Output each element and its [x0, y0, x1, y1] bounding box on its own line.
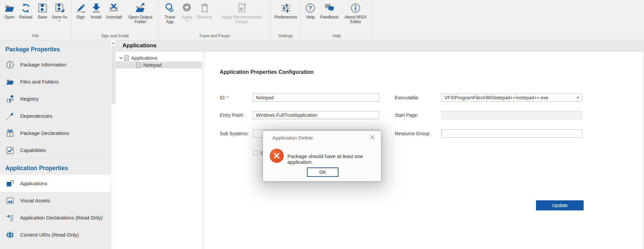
page-title-bar: Applications [116, 40, 644, 51]
sign-pencil-icon [75, 2, 87, 14]
remove-button[interactable]: Remove [195, 0, 214, 19]
about-msix-editor-button[interactable]: About MSIX Editor [340, 0, 371, 24]
id-label: ID:* [220, 94, 228, 102]
apply-plus-icon [181, 2, 193, 14]
resource-group-label: Resource Group: [395, 130, 431, 138]
save-button[interactable]: Save [35, 0, 50, 19]
sidebar-item-application-declarations[interactable]: Application Declarations (Read Only) [0, 209, 111, 226]
scrollbar-thumb[interactable] [112, 46, 115, 103]
executable-value: VFS\ProgramFilesX86\Notepad++\notepad++.… [444, 95, 548, 100]
reload-button[interactable]: Reload [17, 0, 35, 19]
globe-icon [6, 231, 14, 239]
ribbon-group-file: Open Reload [0, 0, 71, 40]
open-output-folder-button[interactable]: Open Output Folder [124, 0, 157, 24]
combo-dropdown-icon [577, 97, 579, 99]
ribbon-group-sign-install: Sign Install Uninstall [71, 0, 159, 40]
apply-recommended-fixups-button[interactable]: Apply Recommended Fixups [214, 0, 269, 24]
help-button[interactable]: ? Help [303, 0, 318, 19]
info-circle-icon [6, 60, 14, 69]
required-asterisk: * [227, 95, 228, 100]
sidebar-item-registry[interactable]: Registry [0, 90, 111, 107]
sidebar-item-dependencies[interactable]: Dependencies [0, 107, 111, 125]
open-output-folder-icon [135, 2, 146, 14]
sidebar-item-applications[interactable]: Applications [0, 175, 111, 192]
chevron-down-icon [58, 20, 61, 21]
checkbox-icon [6, 146, 14, 155]
uninstall-button[interactable]: Uninstall [104, 0, 124, 19]
entry-point-input[interactable] [253, 111, 379, 119]
entry-point-label: Entry Point: [220, 111, 244, 119]
sidebar-item-capabilities[interactable]: Capabilities [0, 142, 111, 159]
document-icon [124, 55, 129, 61]
x-mark-icon [273, 152, 280, 159]
sidebar-scrollbar[interactable] [111, 40, 116, 249]
trace-app-button[interactable]: Trace App [160, 0, 179, 24]
ribbon-spacer [373, 0, 644, 40]
ribbon-group-label-sign-install: Sign and Install [73, 33, 157, 40]
app-window-icon [6, 179, 14, 188]
folder-icon [6, 78, 14, 86]
tree-node-applications[interactable]: Applications [116, 54, 202, 61]
executable-label: Executable: [395, 94, 419, 102]
page-title: Applications [122, 42, 157, 49]
help-icon: ? [305, 2, 316, 14]
info-circle-icon [350, 2, 361, 14]
ribbon-group-label-settings: Settings [272, 33, 299, 40]
sign-button[interactable]: Sign [73, 0, 89, 19]
close-icon[interactable] [370, 135, 375, 140]
ribbon-group-label-help: Help [303, 33, 371, 40]
reload-icon [20, 2, 32, 14]
scrollbar-up-arrow[interactable] [111, 40, 116, 46]
panel-gutter [202, 51, 205, 249]
save-as-button[interactable]: Save As [50, 0, 69, 21]
uninstall-icon [108, 2, 119, 14]
save-icon [37, 2, 48, 14]
feedback-button[interactable]: Feedback [318, 0, 340, 19]
error-icon [270, 149, 284, 163]
start-page-input[interactable] [441, 111, 582, 119]
sidebar-item-files-and-folders[interactable]: Files and Folders [0, 73, 111, 90]
sidebar-section-package-properties: Package Properties [0, 40, 111, 56]
trace-app-icon [164, 2, 175, 14]
open-folder-icon [4, 2, 15, 14]
install-button[interactable]: Install [89, 0, 104, 19]
tree-node-label: Notepad [143, 62, 162, 68]
form-heading: Application Properties Configuration [220, 69, 314, 75]
registry-icon [6, 95, 14, 103]
chevron-expanded-icon [119, 57, 123, 59]
dependencies-icon [6, 112, 14, 120]
navigation-sidebar: Package Properties Package Information F… [0, 40, 111, 249]
preferences-button[interactable]: Preferences [272, 0, 299, 19]
feedback-icon [324, 2, 335, 14]
executable-combobox[interactable]: VFS\ProgramFilesX86\Notepad++\notepad++.… [441, 94, 582, 102]
tree-node-label: Applications [131, 55, 157, 61]
id-input[interactable] [253, 94, 379, 102]
dialog-title: Application Delete [272, 135, 313, 141]
preferences-sliders-icon [280, 2, 291, 14]
sidebar-item-package-information[interactable]: Package Information [0, 56, 111, 73]
applications-content: Applications Notepad [116, 51, 644, 249]
open-button[interactable]: Open [2, 0, 17, 19]
supports-checkbox[interactable] [253, 150, 258, 155]
msix-editor-window: Open Reload [0, 0, 644, 249]
image-icon [6, 196, 14, 205]
resource-group-input[interactable] [441, 130, 582, 138]
start-page-label: Start Page: [395, 111, 418, 119]
svg-text:?: ? [309, 5, 312, 11]
sidebar-section-application-properties: Application Properties [0, 159, 111, 175]
ribbon-group-label-file: File [2, 33, 69, 40]
ribbon-group-trace-fixups: Trace App Apply [159, 0, 271, 40]
sidebar-item-visual-assets[interactable]: Visual Assets [0, 192, 111, 209]
sidebar-item-package-declarations[interactable]: Package Declarations [0, 125, 111, 142]
update-button[interactable]: Update [536, 200, 584, 210]
apply-button[interactable]: Apply [179, 0, 195, 21]
save-as-icon [54, 2, 65, 14]
ribbon-group-settings: Preferences Settings [271, 0, 301, 40]
chevron-down-icon [185, 20, 189, 21]
application-delete-dialog: Application Delete Package should have a… [263, 131, 381, 182]
gift-icon [6, 129, 14, 138]
tree-node-notepad[interactable]: Notepad [116, 61, 202, 68]
ok-button[interactable]: OK [307, 167, 338, 177]
sidebar-item-content-uris[interactable]: Content URIs (Read Only) [0, 226, 111, 243]
sub-systems-label: Sub Systems: [220, 130, 249, 138]
